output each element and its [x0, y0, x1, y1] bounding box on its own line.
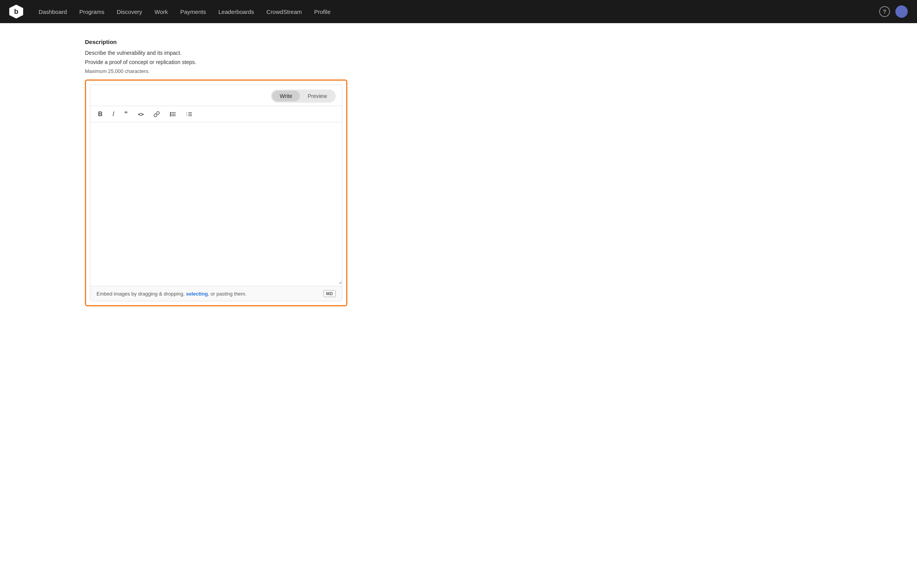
nav-link-programs[interactable]: Programs [74, 6, 109, 17]
nav-link-crowdstream[interactable]: CrowdStream [262, 6, 306, 17]
description-label: Description [85, 39, 371, 45]
logo[interactable]: b [9, 5, 23, 19]
nav-link-profile[interactable]: Profile [310, 6, 335, 17]
description-hint1: Describe the vulnerability and its impac… [85, 50, 371, 56]
nav-link-leaderboards[interactable]: Leaderboards [214, 6, 259, 17]
editor-footer: Embed images by dragging & dropping, sel… [90, 286, 342, 301]
nav-link-dashboard[interactable]: Dashboard [34, 6, 71, 17]
code-button[interactable]: <> [136, 110, 145, 118]
footer-text-before: Embed images by dragging & dropping, [96, 291, 186, 297]
ordered-list-button[interactable]: 1. 2. 3. [184, 111, 194, 118]
bold-button[interactable]: B [96, 110, 104, 118]
description-hint2: Provide a proof of concept or replicatio… [85, 59, 371, 65]
unordered-list-button[interactable] [168, 111, 178, 118]
write-preview-toggle: Write Preview [271, 90, 336, 103]
editor-topbar: Write Preview [90, 85, 342, 106]
svg-point-4 [170, 114, 171, 115]
help-icon[interactable]: ? [879, 6, 890, 17]
svg-point-3 [170, 112, 171, 113]
md-badge: MD [323, 290, 336, 297]
nav-right: ? [879, 5, 908, 18]
editor-toolbar: B I “ <> [90, 106, 342, 122]
description-textarea[interactable] [90, 122, 342, 284]
svg-text:3.: 3. [186, 115, 188, 117]
preview-button[interactable]: Preview [300, 91, 335, 101]
navbar: b DashboardProgramsDiscoveryWorkPayments… [0, 0, 917, 23]
svg-point-5 [170, 115, 171, 116]
selecting-link[interactable]: selecting [186, 291, 208, 297]
editor-card: Write Preview B I “ <> [90, 84, 342, 301]
nav-links: DashboardProgramsDiscoveryWorkPaymentsLe… [34, 6, 879, 17]
footer-text-after: , or pasting them. [208, 291, 246, 297]
link-button[interactable] [152, 110, 161, 118]
nav-link-payments[interactable]: Payments [176, 6, 211, 17]
nav-link-work[interactable]: Work [150, 6, 173, 17]
editor-outer: Write Preview B I “ <> [85, 79, 347, 306]
footer-hint: Embed images by dragging & dropping, sel… [96, 291, 247, 297]
avatar[interactable] [895, 5, 908, 18]
write-button[interactable]: Write [272, 91, 300, 101]
nav-link-discovery[interactable]: Discovery [112, 6, 147, 17]
logo-text: b [14, 8, 19, 15]
main-content: Description Describe the vulnerability a… [0, 23, 371, 329]
quote-button[interactable]: “ [123, 109, 129, 119]
md-badge-text: MD [326, 291, 333, 296]
description-max: Maximum 25,000 characters. [85, 68, 371, 74]
italic-button[interactable]: I [111, 110, 116, 118]
